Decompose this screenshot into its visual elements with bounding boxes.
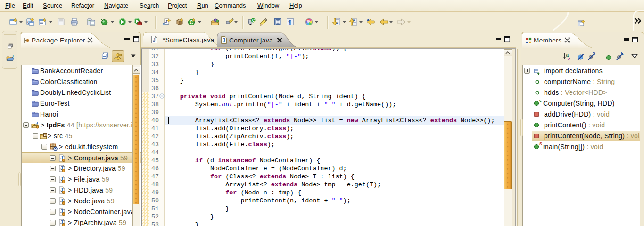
svg-text:J: J	[153, 37, 156, 42]
svg-text:C: C	[190, 20, 193, 25]
svg-text:S: S	[593, 51, 595, 56]
svg-text:C: C	[252, 18, 255, 23]
svg-text:z: z	[568, 56, 570, 61]
svg-text:¶: ¶	[288, 19, 291, 25]
svg-text:J: J	[165, 19, 167, 24]
svg-text:J: J	[223, 38, 225, 43]
svg-text:J: J	[11, 54, 14, 59]
svg-text:L: L	[621, 51, 624, 56]
